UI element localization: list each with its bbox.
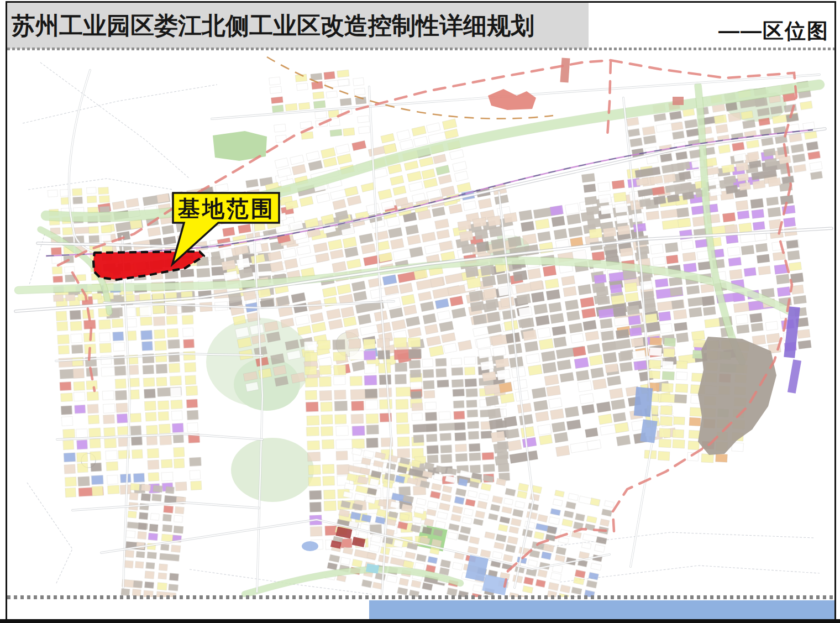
title-bar: 苏州工业园区娄江北侧工业区改造控制性详细规划 xyxy=(7,3,589,49)
footer-accent-bar xyxy=(369,600,834,619)
dotted-divider-top xyxy=(7,48,834,50)
bottom-edge-line xyxy=(0,619,840,623)
slide: 苏州工业园区娄江北侧工业区改造控制性详细规划 ——区位图 基地范围 xyxy=(0,0,840,623)
location-map: 基地范围 xyxy=(7,53,834,597)
dotted-divider-bottom xyxy=(7,595,834,599)
callout-label: 基地范围 xyxy=(177,195,275,221)
slide-frame: 苏州工业园区娄江北侧工业区改造控制性详细规划 ——区位图 基地范围 xyxy=(6,1,836,622)
page-title: 苏州工业园区娄江北侧工业区改造控制性详细规划 xyxy=(7,10,534,42)
page-label: ——区位图 xyxy=(718,17,829,45)
